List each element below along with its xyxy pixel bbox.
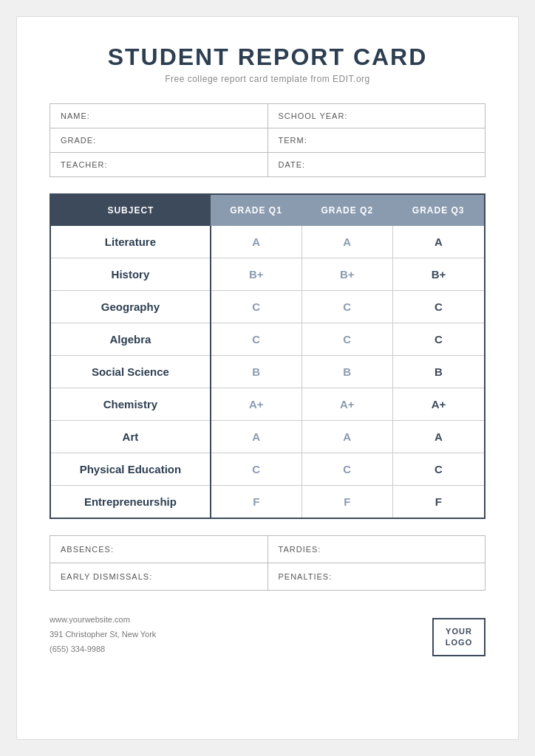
q3-cell: C [392,453,485,486]
name-label: NAME: [50,104,268,128]
q1-cell: A [211,226,301,258]
q2-cell: F [301,486,392,519]
grades-row: History B+ B+ B+ [50,258,485,291]
attendance-row-1: ABSENCES: TARDIES: [50,536,485,563]
tardies-label: TARDIES: [268,536,485,563]
info-table: NAME: SCHOOL YEAR: GRADE: TERM: TEACHER:… [50,103,485,177]
q2-cell: C [301,323,392,356]
grades-row: Physical Education C C C [50,453,485,486]
q3-cell: C [392,323,485,356]
report-title: STUDENT REPORT CARD [50,44,485,71]
grades-row: Geography C C C [50,291,485,323]
footer-website: www.yourwebsite.com [50,613,156,628]
grades-table: SUBJECT GRADE Q1 GRADE Q2 GRADE Q3 Liter… [50,193,485,519]
q3-cell: A [392,226,485,258]
subject-cell: Algebra [50,323,211,356]
footer-street: 391 Christopher St, New York [50,628,156,642]
grades-header-row: SUBJECT GRADE Q1 GRADE Q2 GRADE Q3 [50,194,485,226]
q2-cell: B+ [301,258,392,291]
grades-row: Entrepreneurship F F F [50,486,485,519]
grades-row: Art A A A [50,421,485,453]
info-row-1: NAME: SCHOOL YEAR: [50,104,485,128]
q1-cell: C [211,453,301,486]
subject-header: SUBJECT [50,194,211,226]
q2-cell: C [301,453,392,486]
grade-q2-header: GRADE Q2 [301,194,392,226]
info-row-2: GRADE: TERM: [50,128,485,153]
subject-cell: Literature [50,226,211,258]
q1-cell: C [211,291,301,323]
footer-phone: (655) 334-9988 [50,642,156,657]
grades-row: Algebra C C C [50,323,485,356]
subject-cell: History [50,258,211,291]
subject-cell: Art [50,421,211,453]
footer-address: www.yourwebsite.com 391 Christopher St, … [50,613,156,656]
footer: www.yourwebsite.com 391 Christopher St, … [50,613,485,656]
term-label: TERM: [268,128,485,153]
subject-cell: Social Science [50,356,211,388]
early-dismissals-label: EARLY DISMISSALS: [50,563,268,591]
q2-cell: A [301,421,392,453]
subject-cell: Geography [50,291,211,323]
grade-q3-header: GRADE Q3 [392,194,485,226]
q3-cell: C [392,291,485,323]
q1-cell: A+ [211,388,301,421]
subject-cell: Chemistry [50,388,211,421]
q1-cell: B [211,356,301,388]
report-card-page: STUDENT REPORT CARD Free college report … [16,16,519,740]
q3-cell: F [392,486,485,519]
attendance-row-2: EARLY DISMISSALS: PENALTIES: [50,563,485,591]
grade-label: GRADE: [50,128,268,153]
absences-label: ABSENCES: [50,536,268,563]
q3-cell: B [392,356,485,388]
subject-cell: Physical Education [50,453,211,486]
header: STUDENT REPORT CARD Free college report … [50,44,485,84]
q1-cell: B+ [211,258,301,291]
attendance-table: ABSENCES: TARDIES: EARLY DISMISSALS: PEN… [50,535,485,591]
grades-row: Social Science B B B [50,356,485,388]
q1-cell: C [211,323,301,356]
footer-logo: YOURLOGO [432,618,485,656]
q2-cell: C [301,291,392,323]
school-year-label: SCHOOL YEAR: [268,104,485,128]
q3-cell: B+ [392,258,485,291]
q1-cell: F [211,486,301,519]
q3-cell: A [392,421,485,453]
grade-q1-header: GRADE Q1 [211,194,301,226]
q3-cell: A+ [392,388,485,421]
grades-row: Literature A A A [50,226,485,258]
q2-cell: A [301,226,392,258]
q2-cell: A+ [301,388,392,421]
date-label: DATE: [268,153,485,177]
teacher-label: TEACHER: [50,153,268,177]
grades-row: Chemistry A+ A+ A+ [50,388,485,421]
info-row-3: TEACHER: DATE: [50,153,485,177]
penalties-label: PENALTIES: [268,563,485,591]
q1-cell: A [211,421,301,453]
q2-cell: B [301,356,392,388]
report-subtitle: Free college report card template from E… [50,74,485,84]
subject-cell: Entrepreneurship [50,486,211,519]
